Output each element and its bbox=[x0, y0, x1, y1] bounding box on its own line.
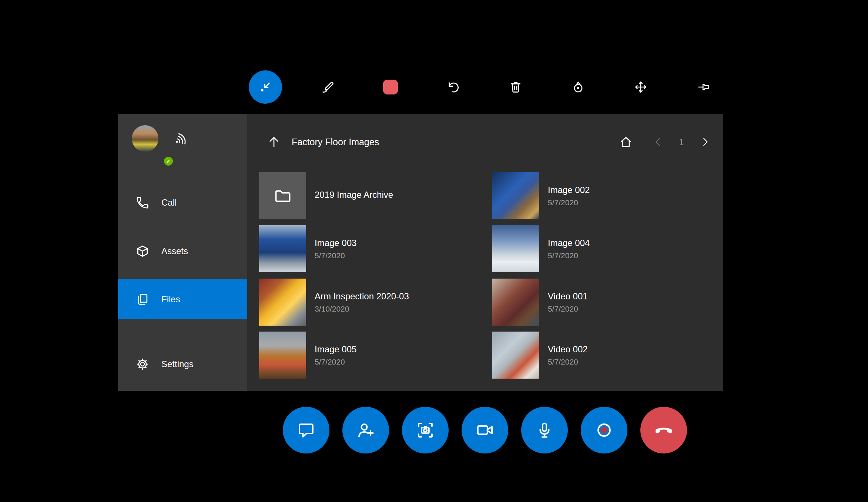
file-name: Image 005 bbox=[315, 344, 356, 355]
photo-capture-button[interactable] bbox=[402, 407, 449, 453]
trash-icon bbox=[509, 80, 523, 94]
file-date: 5/7/2020 bbox=[548, 304, 588, 314]
user-avatar[interactable]: ✓ bbox=[132, 125, 158, 152]
microphone-button[interactable] bbox=[521, 407, 568, 453]
file-name: Arm Inspection 2020-03 bbox=[315, 291, 409, 302]
file-name: Video 001 bbox=[548, 291, 588, 302]
file-thumbnail bbox=[492, 279, 539, 326]
navigate-up-button[interactable] bbox=[265, 133, 283, 151]
file-date: 5/7/2020 bbox=[315, 357, 356, 367]
hang-up-button[interactable] bbox=[640, 407, 687, 453]
file-date: 5/7/2020 bbox=[548, 197, 590, 207]
network-signal-icon bbox=[173, 130, 191, 148]
file-item[interactable]: Image 005 5/7/2020 bbox=[259, 332, 481, 379]
chat-button[interactable] bbox=[283, 407, 329, 453]
sidebar-item-call[interactable]: Call bbox=[118, 183, 247, 223]
file-name: Image 003 bbox=[315, 237, 356, 249]
gear-icon bbox=[135, 357, 150, 371]
file-thumbnail bbox=[492, 172, 539, 219]
file-thumbnail bbox=[259, 279, 306, 326]
video-camera-button[interactable] bbox=[462, 407, 508, 453]
camera-capture-icon bbox=[415, 420, 435, 440]
home-button[interactable] bbox=[617, 133, 634, 150]
folder-thumbnail bbox=[259, 172, 306, 219]
file-thumbnail bbox=[259, 225, 306, 272]
record-button[interactable] bbox=[581, 407, 627, 453]
file-item[interactable]: Image 002 5/7/2020 bbox=[492, 172, 714, 219]
up-arrow-icon bbox=[267, 135, 281, 149]
sidebar: ✓ Call Assets bbox=[118, 114, 247, 391]
folder-title: Factory Floor Images bbox=[292, 136, 379, 147]
hang-up-icon bbox=[653, 419, 674, 441]
assets-box-icon bbox=[135, 244, 150, 258]
phone-icon bbox=[135, 196, 150, 210]
sidebar-item-assets[interactable]: Assets bbox=[118, 231, 247, 271]
file-item[interactable]: Arm Inspection 2020-03 3/10/2020 bbox=[259, 279, 481, 326]
file-item[interactable]: Image 004 5/7/2020 bbox=[492, 225, 714, 272]
file-item[interactable]: Video 001 5/7/2020 bbox=[492, 279, 714, 326]
record-icon bbox=[594, 420, 614, 440]
file-date: 5/7/2020 bbox=[315, 250, 356, 260]
add-participant-button[interactable] bbox=[342, 407, 389, 453]
placement-marker-icon bbox=[571, 80, 585, 94]
sidebar-item-label: Files bbox=[161, 294, 180, 305]
files-pages-icon bbox=[135, 292, 150, 306]
file-name: Image 002 bbox=[548, 184, 590, 196]
collapse-arrow-icon bbox=[258, 80, 272, 94]
color-swatch-button[interactable] bbox=[374, 70, 407, 104]
presence-available-badge: ✓ bbox=[163, 156, 174, 167]
microphone-icon bbox=[534, 420, 554, 440]
folder-icon bbox=[273, 186, 292, 206]
sidebar-item-label: Settings bbox=[161, 359, 194, 369]
sidebar-item-label: Assets bbox=[161, 246, 188, 256]
chevron-left-icon bbox=[653, 136, 664, 147]
file-name: 2019 Image Archive bbox=[315, 189, 393, 200]
ink-pen-button[interactable] bbox=[311, 70, 345, 104]
files-content-panel: Factory Floor Images 1 bbox=[247, 114, 723, 391]
placement-marker-button[interactable] bbox=[562, 70, 595, 104]
file-thumbnail bbox=[259, 332, 306, 379]
previous-page-button[interactable] bbox=[651, 134, 666, 149]
sidebar-item-label: Call bbox=[161, 197, 177, 208]
file-date: 5/7/2020 bbox=[548, 250, 590, 260]
home-icon bbox=[619, 135, 633, 149]
file-thumbnail bbox=[492, 332, 539, 379]
move-toolbar-button[interactable] bbox=[624, 70, 657, 104]
file-name: Video 002 bbox=[548, 344, 588, 355]
file-thumbnail bbox=[492, 225, 539, 272]
pin-toolbar-button[interactable] bbox=[687, 70, 720, 104]
file-name: Image 004 bbox=[548, 237, 590, 249]
file-date: 3/10/2020 bbox=[315, 304, 409, 314]
file-item-folder[interactable]: 2019 Image Archive bbox=[259, 172, 481, 219]
add-person-icon bbox=[356, 420, 376, 440]
chevron-right-icon bbox=[700, 136, 711, 147]
delete-button[interactable] bbox=[499, 70, 532, 104]
pin-icon bbox=[696, 80, 710, 94]
next-page-button[interactable] bbox=[698, 134, 713, 149]
ink-pen-icon bbox=[321, 80, 335, 94]
collapse-toolbar-button[interactable] bbox=[249, 70, 282, 104]
video-camera-icon bbox=[475, 420, 495, 440]
sidebar-item-files[interactable]: Files bbox=[118, 279, 247, 319]
color-swatch-icon bbox=[383, 80, 398, 94]
file-date: 5/7/2020 bbox=[548, 357, 588, 367]
file-item[interactable]: Video 002 5/7/2020 bbox=[492, 332, 714, 379]
annotation-toolbar bbox=[249, 70, 720, 104]
call-control-bar bbox=[283, 407, 687, 453]
sidebar-item-settings[interactable]: Settings bbox=[118, 344, 247, 384]
move-arrows-icon bbox=[634, 80, 648, 94]
file-item[interactable]: Image 003 5/7/2020 bbox=[259, 225, 481, 272]
page-number: 1 bbox=[673, 137, 690, 147]
chat-icon bbox=[296, 420, 316, 440]
undo-button[interactable] bbox=[436, 70, 470, 104]
remote-assist-screen: { "toolbar": { "buttons": [ {"icon": "co… bbox=[0, 0, 868, 502]
file-browser-window: ✓ Call Assets bbox=[118, 114, 723, 391]
undo-icon bbox=[446, 80, 460, 94]
